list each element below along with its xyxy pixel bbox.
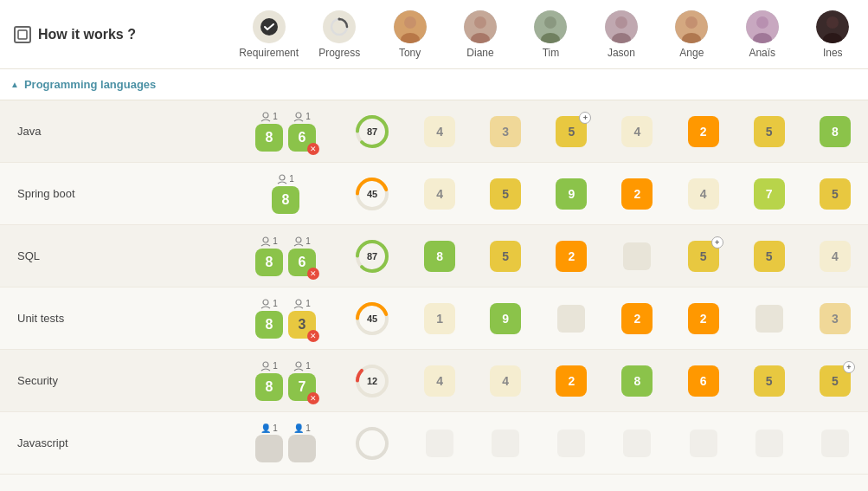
person-col xyxy=(671,430,736,457)
person-col: 2 xyxy=(538,365,604,397)
person-col: 4 xyxy=(671,178,736,210)
plus-icon: + xyxy=(579,112,591,124)
skill-badge: 7 xyxy=(754,178,785,210)
skill-badge: 8 xyxy=(424,241,455,272)
person-col xyxy=(538,430,604,457)
req-badge: 👤1 xyxy=(255,423,283,462)
req-x-badge: ✕ xyxy=(307,330,319,342)
req-col: 1 8 1 6 ✕ xyxy=(234,112,338,152)
col-header-tony: Tony xyxy=(375,10,445,59)
col-header-ange: Ange xyxy=(657,10,727,59)
skill-badge xyxy=(492,430,519,457)
svg-point-11 xyxy=(544,16,556,29)
skill-badge: 5 xyxy=(490,178,521,210)
progress-col: 45 xyxy=(338,300,407,338)
skill-badge: 2 xyxy=(556,241,587,272)
row-label: Java xyxy=(0,125,234,138)
person-col: 4 xyxy=(473,365,538,397)
skill-badge: 4 xyxy=(490,365,521,397)
person-col: 9 xyxy=(473,303,538,334)
skill-badge: 1 xyxy=(424,303,455,334)
progress-col xyxy=(338,424,407,462)
person-col: 3 xyxy=(473,116,538,147)
skill-badge: 5 xyxy=(820,178,851,210)
person-col xyxy=(538,305,604,333)
req-col: 👤1 👤1 xyxy=(234,423,338,462)
req-col: 1 8 1 3 ✕ xyxy=(234,299,338,339)
skill-badge xyxy=(690,430,717,457)
skill-badge: 9 xyxy=(556,178,587,210)
skill-badge: 5 xyxy=(754,365,785,397)
progress-donut xyxy=(353,424,391,462)
skill-badge: 2 xyxy=(621,303,653,334)
person-col: 3 xyxy=(802,303,868,334)
svg-point-29 xyxy=(280,175,285,180)
svg-point-5 xyxy=(404,16,416,29)
svg-rect-0 xyxy=(18,30,27,39)
person-col xyxy=(736,430,802,457)
person-col xyxy=(604,242,670,270)
person-col: 5 + xyxy=(538,116,604,147)
req-badge: 1 8 xyxy=(272,174,299,214)
col-header-diane: Diane xyxy=(445,10,515,59)
req-badge: 👤1 xyxy=(288,423,316,462)
table-row: Spring boot 1 8 45 4 5 9 2 4 7 5 xyxy=(0,163,868,225)
person-col: 9 xyxy=(538,178,604,210)
svg-point-32 xyxy=(263,237,268,242)
skill-badge xyxy=(821,430,849,457)
svg-point-26 xyxy=(296,113,301,118)
svg-point-37 xyxy=(296,300,301,305)
progress-icon xyxy=(323,10,356,43)
skill-badge: 8 xyxy=(820,116,851,147)
col-header-progress: Progress xyxy=(304,10,374,59)
col-header-requirement: Requirement xyxy=(234,10,304,59)
skill-badge: 3 xyxy=(820,303,851,334)
person-col: 2 xyxy=(604,178,670,210)
person-col xyxy=(604,430,670,457)
skill-badge xyxy=(426,430,453,457)
req-badge: 1 8 xyxy=(255,112,283,152)
person-col: 1 xyxy=(407,303,473,334)
main-container: How it works ? Requirement Progress xyxy=(0,0,868,491)
person-col: 8 xyxy=(407,241,473,272)
col-header-tim: Tim xyxy=(516,10,586,59)
section-chevron[interactable]: ▲ xyxy=(10,80,19,89)
skill-badge: 6 xyxy=(688,365,719,397)
svg-point-17 xyxy=(685,16,698,29)
req-col: 1 8 1 7 ✕ xyxy=(234,361,338,401)
svg-point-41 xyxy=(296,362,301,367)
header-title: How it works ? xyxy=(0,26,234,43)
req-col: 1 8 xyxy=(234,174,338,214)
svg-point-3 xyxy=(338,17,341,20)
person-col: 4 xyxy=(407,178,473,210)
progress-col: 12 xyxy=(338,362,407,400)
requirement-icon xyxy=(253,10,286,43)
req-col: 1 8 1 6 ✕ xyxy=(234,236,338,276)
skill-badge: 9 xyxy=(490,303,521,334)
skill-badge xyxy=(755,430,783,457)
person-col: 8 xyxy=(802,116,868,147)
svg-point-33 xyxy=(296,237,301,242)
section-label: ▲ Programming languages xyxy=(0,78,234,91)
row-label: Spring boot xyxy=(0,187,234,200)
plus-icon: + xyxy=(843,361,855,373)
skill-badge: 4 xyxy=(820,241,851,272)
col-header-anais: Anaïs xyxy=(727,10,797,59)
req-x-badge: ✕ xyxy=(307,392,319,404)
person-col: 5 xyxy=(473,241,538,272)
avatar-ange xyxy=(675,10,708,43)
table-row: Unit tests 1 8 1 3 ✕ 45 1 9 2 2 3 xyxy=(0,287,868,350)
progress-donut: 45 xyxy=(353,175,391,213)
skill-badge: 5 + xyxy=(556,116,587,147)
svg-point-25 xyxy=(263,113,268,118)
req-badge: 1 6 ✕ xyxy=(288,112,316,152)
svg-point-8 xyxy=(474,16,486,29)
progress-donut: 45 xyxy=(353,300,391,338)
req-badge: 1 7 ✕ xyxy=(288,361,316,401)
row-label: Security xyxy=(0,374,234,387)
skill-badge: 8 xyxy=(621,365,653,397)
skill-badge xyxy=(755,305,783,333)
header: How it works ? Requirement Progress xyxy=(0,0,868,69)
skill-badge: 3 xyxy=(490,116,521,147)
req-badge: 1 3 ✕ xyxy=(288,299,316,339)
